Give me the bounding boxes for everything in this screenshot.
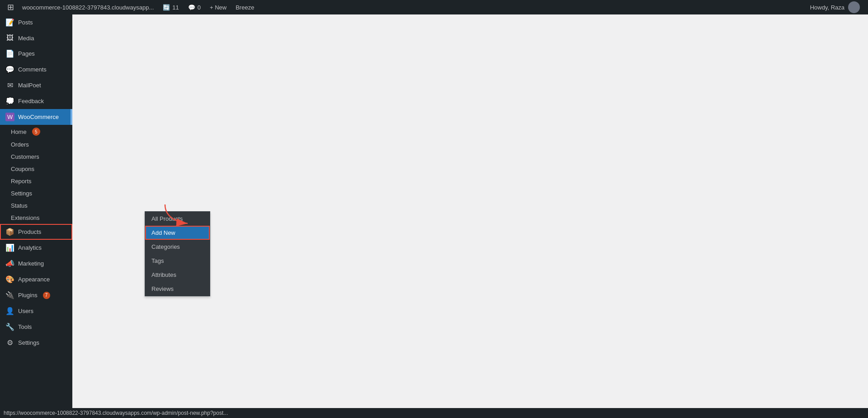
sidebar-item-pages[interactable]: 📄 Pages <box>0 46 72 62</box>
woo-orders-label: Orders <box>11 141 29 148</box>
sidebar-item-comments-label: Comments <box>18 66 47 73</box>
sidebar-item-feedback-label: Feedback <box>18 98 44 104</box>
woo-settings-label: Settings <box>11 190 32 197</box>
breeze-link[interactable]: Breeze <box>231 0 259 14</box>
sidebar-item-appearance[interactable]: 🎨 Appearance <box>0 271 72 287</box>
flyout-reviews-label: Reviews <box>151 285 174 292</box>
woo-coupons-label: Coupons <box>11 166 34 172</box>
status-url: https://woocommerce-1008822-3797843.clou… <box>4 410 228 416</box>
sidebar-item-users-label: Users <box>18 308 33 314</box>
comments-icon: 💬 <box>188 4 195 11</box>
sidebar-item-products-label: Products <box>18 228 41 235</box>
analytics-icon: 📊 <box>5 243 14 252</box>
site-name-link[interactable]: woocommerce-1008822-3797843.cloudwaysapp… <box>18 0 158 14</box>
woo-coupons[interactable]: Coupons <box>0 163 72 175</box>
breeze-label: Breeze <box>236 4 254 11</box>
status-bar: https://woocommerce-1008822-3797843.clou… <box>0 408 868 418</box>
plugins-icon: 🔌 <box>5 291 14 299</box>
woo-extensions[interactable]: Extensions <box>0 212 72 224</box>
sidebar-item-analytics[interactable]: 📊 Analytics <box>0 240 72 256</box>
flyout-attributes-label: Attributes <box>151 271 176 278</box>
flyout-categories[interactable]: Categories <box>145 240 210 254</box>
woo-reports-label: Reports <box>11 178 32 185</box>
admin-bar: ⊞ woocommerce-1008822-3797843.cloudwaysa… <box>0 0 868 14</box>
sidebar-item-posts-label: Posts <box>18 19 33 26</box>
wp-logo-icon[interactable]: ⊞ <box>4 2 18 12</box>
woo-customers[interactable]: Customers <box>0 151 72 163</box>
woo-extensions-label: Extensions <box>11 214 40 221</box>
settings-icon: ⚙ <box>5 338 14 347</box>
new-label: + New <box>210 4 226 11</box>
howdy-text: Howdy, Raza <box>810 4 844 11</box>
tools-icon: 🔧 <box>5 323 14 331</box>
updates-count: 11 <box>172 4 179 11</box>
sidebar-item-marketing[interactable]: 📣 Marketing <box>0 256 72 271</box>
sidebar-item-pages-label: Pages <box>18 50 35 57</box>
flyout-tags-label: Tags <box>151 257 164 264</box>
user-info[interactable]: Howdy, Raza <box>806 1 864 13</box>
comments-sidebar-icon: 💬 <box>5 65 14 74</box>
plugins-badge: 7 <box>43 292 50 299</box>
user-avatar <box>848 1 860 13</box>
sidebar-item-media[interactable]: 🖼 Media <box>0 30 72 46</box>
arrow-svg <box>156 200 192 227</box>
sidebar-item-mailpoet[interactable]: ✉ MailPoet <box>0 77 72 93</box>
flyout-reviews[interactable]: Reviews <box>145 282 210 296</box>
sidebar-item-tools[interactable]: 🔧 Tools <box>0 319 72 335</box>
woo-status[interactable]: Status <box>0 200 72 212</box>
pages-icon: 📄 <box>5 49 14 58</box>
woo-home[interactable]: Home 5 <box>0 125 72 138</box>
sidebar-item-posts[interactable]: 📝 Posts <box>0 14 72 30</box>
woo-status-label: Status <box>11 202 28 209</box>
flyout-tags[interactable]: Tags <box>145 254 210 268</box>
updates-icon: 🔄 <box>163 4 170 11</box>
woocommerce-submenu: Home 5 Orders Customers Coupons Reports … <box>0 125 72 224</box>
sidebar-item-comments[interactable]: 💬 Comments <box>0 62 72 77</box>
woocommerce-icon: W <box>5 113 14 121</box>
flyout-add-new-label: Add New <box>151 229 175 236</box>
posts-icon: 📝 <box>5 18 14 27</box>
sidebar-item-plugins-label: Plugins <box>18 292 38 299</box>
updates-link[interactable]: 🔄 11 <box>158 0 183 14</box>
flyout-add-new[interactable]: Add New <box>145 226 210 240</box>
sidebar-item-media-label: Media <box>18 35 34 42</box>
home-badge: 5 <box>32 128 40 136</box>
sidebar-item-settings-label: Settings <box>18 339 39 346</box>
sidebar-item-mailpoet-label: MailPoet <box>18 82 41 89</box>
sidebar-item-woocommerce[interactable]: W WooCommerce <box>0 109 72 125</box>
admin-sidebar: 📝 Posts 🖼 Media 📄 Pages 💬 Comments ✉ Mai… <box>0 14 72 418</box>
new-content-link[interactable]: + New <box>205 0 231 14</box>
users-icon: 👤 <box>5 307 14 315</box>
media-icon: 🖼 <box>5 34 14 42</box>
woo-settings[interactable]: Settings <box>0 187 72 200</box>
woo-reports[interactable]: Reports <box>0 175 72 187</box>
flyout-categories-label: Categories <box>151 243 180 250</box>
woo-orders[interactable]: Orders <box>0 138 72 151</box>
sidebar-item-plugins[interactable]: 🔌 Plugins 7 <box>0 287 72 303</box>
sidebar-item-products[interactable]: 📦 Products <box>0 224 72 240</box>
mailpoet-icon: ✉ <box>5 81 14 90</box>
woo-customers-label: Customers <box>11 153 39 160</box>
sidebar-item-appearance-label: Appearance <box>18 276 50 283</box>
flyout-attributes[interactable]: Attributes <box>145 268 210 282</box>
appearance-icon: 🎨 <box>5 275 14 284</box>
main-content: All Products Add New Categories Tags Att… <box>72 14 868 418</box>
sidebar-item-marketing-label: Marketing <box>18 260 44 267</box>
sidebar-item-settings[interactable]: ⚙ Settings <box>0 335 72 351</box>
comments-count: 0 <box>198 4 201 11</box>
site-name: woocommerce-1008822-3797843.cloudwaysapp… <box>22 4 154 11</box>
feedback-icon: 💭 <box>5 97 14 105</box>
sidebar-item-tools-label: Tools <box>18 323 32 330</box>
comments-link[interactable]: 💬 0 <box>184 0 205 14</box>
woo-home-label: Home <box>11 128 27 135</box>
sidebar-item-users[interactable]: 👤 Users <box>0 303 72 319</box>
sidebar-item-woocommerce-label: WooCommerce <box>18 114 59 120</box>
sidebar-item-feedback[interactable]: 💭 Feedback <box>0 93 72 109</box>
sidebar-item-analytics-label: Analytics <box>18 244 42 251</box>
marketing-icon: 📣 <box>5 259 14 268</box>
products-icon: 📦 <box>5 228 14 236</box>
